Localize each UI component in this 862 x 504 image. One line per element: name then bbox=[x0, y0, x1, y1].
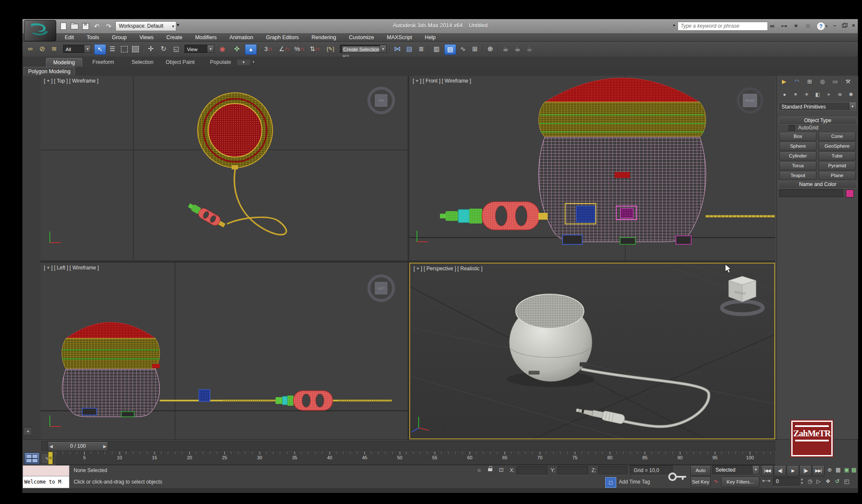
set-key-button[interactable]: Set Key bbox=[690, 477, 711, 487]
frame-spinner[interactable]: ▴▾ bbox=[799, 477, 805, 485]
y-coord-field[interactable] bbox=[557, 466, 588, 475]
viewport-left-label[interactable]: [ + ] [ Left ] [ Wireframe ] bbox=[44, 265, 99, 271]
ribbon-tab-modeling[interactable]: Modeling bbox=[46, 58, 82, 67]
selection-filter-dropdown[interactable]: All ▾ bbox=[63, 45, 91, 53]
render-setup-icon[interactable]: ⊕ bbox=[485, 44, 495, 54]
viewport-front[interactable]: [ + ] [ Front ] [ Wireframe ] bbox=[409, 76, 775, 261]
open-file-button[interactable] bbox=[69, 22, 80, 31]
menu-item[interactable]: MAXScript bbox=[380, 33, 418, 42]
time-slider-track[interactable] bbox=[41, 441, 775, 451]
select-and-link-icon[interactable]: ∞ bbox=[25, 44, 35, 54]
viewport-layout-button[interactable] bbox=[24, 452, 40, 464]
add-time-tag[interactable]: Add Time Tag bbox=[619, 479, 650, 485]
go-to-end-button[interactable]: ▶▶| bbox=[812, 465, 825, 476]
time-configuration-icon[interactable]: ◷ bbox=[806, 478, 814, 484]
menu-item[interactable]: Tools bbox=[80, 33, 106, 42]
object-type-button[interactable]: Sphere bbox=[779, 142, 816, 151]
adaptive-degradation-icon[interactable]: ☼ bbox=[475, 467, 483, 473]
hierarchy-tab-icon[interactable]: ⊞ bbox=[804, 77, 815, 86]
time-forward-arrow-icon[interactable]: ▶ bbox=[102, 442, 108, 451]
close-button[interactable]: × bbox=[849, 22, 858, 29]
next-frame-button[interactable]: ||▶ bbox=[799, 465, 812, 476]
help-button[interactable]: ? bbox=[816, 22, 825, 31]
go-to-start-button[interactable]: |◀◀ bbox=[761, 465, 773, 476]
ribbon-tab-freeform[interactable]: Freeform bbox=[86, 58, 121, 67]
time-slider-handle[interactable]: ◀ 0 / 100 ▶ bbox=[48, 441, 108, 451]
object-type-button[interactable]: Torus bbox=[779, 161, 816, 170]
window-crossing-icon[interactable] bbox=[131, 44, 140, 54]
mirror-icon[interactable]: ⋈ bbox=[392, 44, 402, 54]
select-by-name-icon[interactable]: ☰ bbox=[107, 44, 118, 54]
search-input[interactable]: Type a keyword or phrase bbox=[678, 22, 768, 31]
new-scene-button[interactable] bbox=[58, 22, 69, 31]
angle-snap-icon[interactable]: ∠∩ bbox=[277, 44, 291, 54]
display-tab-icon[interactable]: ▭ bbox=[830, 77, 841, 86]
motion-tab-icon[interactable]: ◎ bbox=[817, 77, 828, 86]
selection-lock-icon[interactable] bbox=[486, 465, 494, 474]
pan-hand-icon[interactable]: ❖ bbox=[824, 478, 832, 484]
application-menu-button[interactable] bbox=[24, 20, 56, 41]
trackbar-arrow-button[interactable]: ◂ bbox=[23, 427, 32, 435]
minimize-button[interactable]: – bbox=[830, 22, 839, 29]
modify-tab-icon[interactable]: ◠ bbox=[791, 77, 802, 86]
ribbon-minimize-dropdown-icon[interactable]: ▾ bbox=[253, 60, 254, 64]
menu-item[interactable]: Group bbox=[106, 33, 133, 42]
auto-key-button[interactable]: Auto Key bbox=[690, 465, 711, 476]
named-selection-set-combo[interactable]: Create Selection Se ▾ bbox=[340, 45, 387, 53]
utilities-tab-icon[interactable]: ⚒ bbox=[842, 77, 853, 86]
polygon-modeling-panel[interactable]: Polygon Modeling bbox=[23, 67, 75, 76]
object-type-button[interactable]: Box bbox=[779, 132, 816, 141]
menu-item[interactable]: Views bbox=[133, 33, 160, 42]
spinner-snap-icon[interactable]: ⇅∩ bbox=[308, 44, 322, 54]
select-and-move-icon[interactable]: ✛ bbox=[145, 44, 156, 54]
previous-frame-button[interactable]: ◀|| bbox=[774, 465, 786, 476]
sign-in-key-icon[interactable]: ⊶ bbox=[779, 21, 789, 31]
restore-button[interactable] bbox=[839, 22, 849, 29]
z-coord-field[interactable] bbox=[598, 466, 627, 475]
viewport-perspective-label[interactable]: [ + ] [ Perspective ] [ Realistic ] bbox=[414, 266, 483, 272]
unlink-selection-icon[interactable]: ⊘ bbox=[37, 44, 47, 54]
key-filters-button[interactable]: Key Filters... bbox=[721, 477, 759, 487]
object-name-input[interactable] bbox=[779, 189, 843, 198]
viewport-top[interactable]: [ + ] [ Top ] [ Wireframe ] bbox=[40, 76, 408, 261]
current-frame-field[interactable]: 0 bbox=[773, 477, 799, 486]
layer-manager-icon[interactable]: ≣ bbox=[416, 44, 426, 54]
edit-named-selections-icon[interactable]: {✎} bbox=[323, 44, 338, 54]
favorites-star-icon[interactable]: ☆ bbox=[803, 21, 813, 31]
redo-button[interactable]: ↷ bbox=[103, 22, 114, 31]
undo-button[interactable]: ↶ bbox=[92, 22, 102, 31]
zoom-extents-icon[interactable]: ▣ bbox=[843, 467, 851, 473]
zoom-extents-all-icon[interactable]: ▩ bbox=[850, 467, 858, 473]
maximize-viewport-toggle-icon[interactable]: ◰ bbox=[843, 478, 851, 484]
menu-item[interactable]: Edit bbox=[58, 33, 80, 42]
systems-category-icon[interactable]: ✱ bbox=[846, 90, 856, 99]
reference-coordinate-dropdown[interactable]: View ▾ bbox=[184, 45, 214, 53]
primitive-type-dropdown[interactable]: Standard Primitives ▾ bbox=[779, 102, 856, 111]
percent-snap-icon[interactable]: %∩ bbox=[293, 44, 306, 54]
object-type-button[interactable]: Tube bbox=[819, 152, 856, 160]
menu-item[interactable]: Customize bbox=[342, 33, 380, 42]
menu-item[interactable]: Modifiers bbox=[189, 33, 223, 42]
autogrid-checkbox[interactable] bbox=[789, 125, 795, 131]
select-object-button[interactable]: ↖ bbox=[94, 44, 106, 55]
schematic-view-icon[interactable]: ⊞ bbox=[470, 44, 480, 54]
ribbon-tab-selection[interactable]: Selection bbox=[125, 58, 160, 67]
align-icon[interactable]: ▤ bbox=[404, 44, 414, 54]
object-type-button[interactable]: Teapot bbox=[779, 171, 816, 180]
save-file-button[interactable] bbox=[80, 22, 91, 31]
object-type-button[interactable]: Cylinder bbox=[779, 152, 816, 160]
select-and-manipulate-icon[interactable]: ✜ bbox=[231, 44, 242, 54]
keyboard-override-toggle[interactable]: ▲ bbox=[245, 44, 257, 55]
shapes-category-icon[interactable]: ✶ bbox=[790, 90, 801, 99]
orbit-icon[interactable]: ↺ bbox=[833, 478, 841, 484]
absolute-offset-toggle-icon[interactable]: ⊡ bbox=[497, 467, 506, 473]
ribbon-minimize-icon[interactable]: ▼ bbox=[237, 60, 250, 65]
object-type-button[interactable]: Cone bbox=[819, 132, 856, 141]
select-and-scale-icon[interactable]: ◱ bbox=[171, 44, 182, 54]
create-tab-icon[interactable]: ▶ bbox=[779, 77, 790, 86]
zoom-all-icon[interactable]: ▦ bbox=[834, 467, 842, 473]
object-type-button[interactable]: GeoSphere bbox=[819, 142, 856, 151]
name-color-rollout[interactable]: Name and Color bbox=[779, 180, 857, 189]
render-production-icon[interactable]: ☕ bbox=[512, 44, 523, 54]
snap-toggle-3d-icon[interactable]: 3∩ bbox=[261, 44, 276, 54]
